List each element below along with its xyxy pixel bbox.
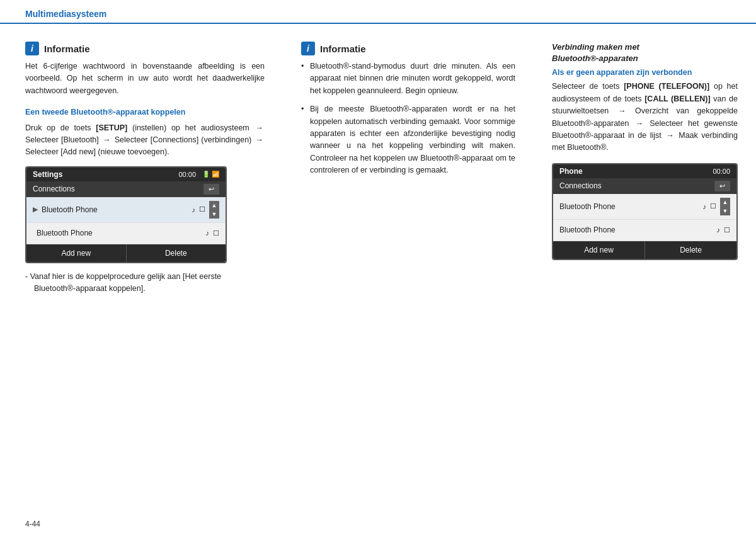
- music-icon-2-left: ♪: [206, 229, 210, 237]
- info-header-left: i Informatie: [25, 42, 265, 55]
- phone-icon-1-left: ☐: [199, 205, 205, 214]
- info-icon-middle: i: [301, 42, 315, 55]
- scroll-arrows-right: ▲ ▼: [720, 198, 730, 215]
- screen-header-right: Phone 00:00: [553, 164, 736, 178]
- scroll-down-left[interactable]: ▼: [209, 210, 219, 219]
- info-header-middle: i Informatie: [301, 42, 515, 55]
- screen-icons-left: 🔋 📶: [202, 171, 219, 178]
- right-subheading: Als er geen apparaten zijn verbonden: [552, 68, 738, 77]
- screen-footer-left: Add new Delete: [26, 244, 226, 262]
- info-box-left: i Informatie Het 6-cijferige wachtwoord …: [25, 42, 265, 97]
- screen-row-2-right[interactable]: Bluetooth Phone ♪ ☐: [553, 220, 736, 241]
- row-actions-1-left: ♪ ☐: [192, 205, 206, 214]
- screen-connections-label-right: Connections: [559, 181, 714, 190]
- screen-row-1-right[interactable]: Bluetooth Phone ♪ ☐ ▲ ▼: [553, 194, 736, 220]
- row-actions-1-right: ♪ ☐: [703, 202, 717, 210]
- device-screen-left: Settings 00:00 🔋 📶 Connections ↩ ▶ Bluet…: [25, 166, 227, 263]
- info-title-middle: Informatie: [320, 43, 366, 54]
- signal-icon: 📶: [212, 171, 219, 178]
- screen-time-left: 00:00: [178, 171, 196, 178]
- music-icon-1-left: ♪: [192, 206, 196, 214]
- page-header: Multimediasysteem: [0, 0, 756, 24]
- body-text-left: Druk op de toets [SETUP] (instellen) op …: [25, 122, 265, 159]
- right-body-text: Selecteer de toets [PHONE (TELEFOON)] op…: [552, 81, 738, 154]
- add-new-button-left[interactable]: Add new: [26, 244, 127, 262]
- bluetooth-phone-1-left: Bluetooth Phone: [42, 205, 192, 214]
- music-icon-1-right: ♪: [703, 203, 707, 210]
- battery-icon: 🔋: [202, 171, 210, 178]
- column-middle: i Informatie Bluetooth®-stand-bymodus du…: [295, 42, 515, 526]
- scroll-up-left[interactable]: ▲: [209, 201, 219, 210]
- scroll-up-right[interactable]: ▲: [720, 198, 730, 207]
- row-actions-2-right: ♪ ☐: [717, 226, 731, 234]
- music-icon-2-right: ♪: [717, 226, 721, 234]
- screen-connections-label-left: Connections: [33, 185, 203, 193]
- scroll-down-right[interactable]: ▼: [720, 207, 730, 215]
- info-icon-left: i: [25, 42, 39, 55]
- phone-icon-2-right: ☐: [724, 226, 730, 234]
- row-actions-2-left: ♪ ☐: [206, 229, 220, 237]
- bluetooth-phone-1-right: Bluetooth Phone: [559, 202, 703, 211]
- bullet-list-middle: Bluetooth®-stand-bymodus duurt drie minu…: [301, 60, 515, 176]
- page: Multimediasysteem i Informatie Het 6-cij…: [0, 0, 756, 541]
- screen-title-right: Phone: [559, 167, 706, 176]
- screen-subheader-left: Connections ↩: [26, 181, 226, 197]
- bluetooth-phone-2-right: Bluetooth Phone: [559, 225, 717, 234]
- screen-time-right: 00:00: [713, 168, 730, 175]
- bluetooth-phone-2-left: Bluetooth Phone: [37, 229, 206, 237]
- column-left: i Informatie Het 6-cijferige wachtwoord …: [25, 42, 265, 526]
- delete-button-left[interactable]: Delete: [127, 244, 226, 262]
- bullet-item-1-middle: Bluetooth®-stand-bymodus duurt drie minu…: [301, 60, 515, 97]
- screen-title-left: Settings: [33, 170, 172, 179]
- screen-subheader-right: Connections ↩: [553, 178, 736, 194]
- screen-back-button-right[interactable]: ↩: [714, 181, 730, 191]
- content-area: i Informatie Het 6-cijferige wachtwoord …: [0, 24, 756, 538]
- bullet-item-2-middle: Bij de meeste Bluetooth®-apparaten wordt…: [301, 103, 515, 176]
- screen-back-button-left[interactable]: ↩: [203, 184, 219, 195]
- phone-icon-2-left: ☐: [213, 229, 219, 237]
- screen-row-2-left[interactable]: Bluetooth Phone ♪ ☐: [26, 223, 226, 244]
- add-new-button-right[interactable]: Add new: [553, 241, 645, 259]
- info-title-left: Informatie: [44, 43, 90, 54]
- dash-note-left: - Vanaf hier is de koppelprocedure gelij…: [25, 271, 265, 295]
- screen-footer-right: Add new Delete: [553, 241, 736, 259]
- phone-icon-1-right: ☐: [710, 202, 716, 210]
- page-number: 4-44: [25, 520, 40, 528]
- info-box-middle: i Informatie Bluetooth®-stand-bymodus du…: [301, 42, 515, 176]
- screen-row-1-left[interactable]: ▶ Bluetooth Phone ♪ ☐ ▲ ▼: [26, 197, 226, 223]
- page-header-title: Multimediasysteem: [25, 9, 731, 23]
- right-main-heading: Verbinding maken met Bluetooth®-apparate…: [552, 42, 738, 64]
- delete-button-right[interactable]: Delete: [645, 241, 736, 259]
- screen-header-left: Settings 00:00 🔋 📶: [26, 168, 226, 181]
- scroll-arrows-left: ▲ ▼: [209, 201, 219, 219]
- section-heading-left: Een tweede Bluetooth®-apparaat koppelen: [25, 107, 265, 118]
- column-right: Verbinding maken met Bluetooth®-apparate…: [546, 42, 738, 526]
- play-icon-left: ▶: [33, 205, 38, 214]
- device-screen-right: Phone 00:00 Connections ↩ Bluetooth Phon…: [552, 163, 738, 260]
- info-text-left: Het 6-cijferige wachtwoord in bovenstaan…: [25, 60, 265, 97]
